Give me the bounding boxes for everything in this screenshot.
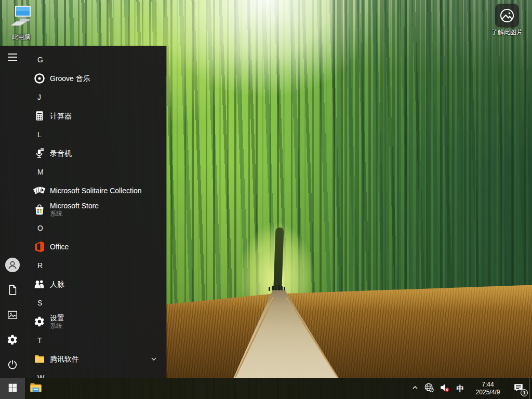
clock[interactable]: 7:44 2025/4/9: [468, 378, 508, 399]
user-account-button[interactable]: [0, 254, 25, 278]
taskbar-empty-area: [47, 378, 409, 399]
action-center-button[interactable]: 1: [508, 378, 529, 399]
start-app-list: G Groove 音乐 J: [25, 46, 166, 378]
app-sublabel: 系统: [50, 322, 64, 329]
speaker-muted-icon: [440, 382, 450, 395]
power-button[interactable]: [0, 353, 25, 378]
document-icon: [7, 284, 18, 298]
section-letter: T: [37, 336, 42, 344]
groove-music-icon: [33, 72, 46, 85]
solitaire-cards-icon: [33, 184, 46, 197]
calculator-icon: [33, 110, 46, 122]
start-button[interactable]: [0, 378, 25, 399]
app-label: 计算器: [50, 112, 72, 120]
settings-gear-icon: [33, 315, 46, 328]
globe-no-internet-icon: [424, 382, 434, 395]
start-app-office[interactable]: Office: [25, 237, 166, 256]
app-label: 人脉: [50, 280, 64, 288]
expand-menu-button[interactable]: [0, 46, 25, 71]
section-header-o[interactable]: O: [25, 219, 166, 237]
notification-badge: 1: [521, 389, 528, 396]
bamboo-canes-right: [332, 0, 532, 322]
user-avatar-icon: [5, 257, 20, 275]
section-header-l[interactable]: L: [25, 125, 166, 144]
settings-button[interactable]: [0, 328, 25, 353]
start-app-voice-recorder[interactable]: 录音机: [25, 144, 166, 163]
system-tray: 中 7:44 2025/4/9 1: [409, 378, 532, 399]
documents-button[interactable]: [0, 278, 25, 303]
start-app-groove-music[interactable]: Groove 音乐: [25, 69, 166, 88]
desktop-icon-label: 了解此图片: [491, 29, 523, 36]
app-label: Office: [50, 243, 69, 251]
section-header-r[interactable]: R: [25, 256, 166, 275]
show-desktop-button[interactable]: [529, 378, 532, 399]
section-letter: R: [37, 261, 43, 270]
section-header-m[interactable]: M: [25, 163, 166, 181]
pictures-button[interactable]: [0, 303, 25, 328]
office-icon: [33, 241, 46, 253]
desktop-icon-label: 此电脑: [12, 33, 31, 41]
section-header-s[interactable]: S: [25, 294, 166, 312]
picture-info-icon: [495, 4, 519, 28]
app-label: 腾讯软件: [50, 355, 79, 363]
section-header-w[interactable]: W: [25, 368, 166, 378]
section-letter: M: [37, 168, 44, 176]
people-icon: [33, 278, 46, 290]
volume-button[interactable]: [437, 378, 453, 399]
start-app-settings[interactable]: 设置 系统: [25, 312, 166, 331]
network-status-button[interactable]: [421, 378, 437, 399]
start-app-solitaire[interactable]: Microsoft Solitaire Collection: [25, 181, 166, 200]
clock-date: 2025/4/9: [476, 389, 500, 396]
section-header-j[interactable]: J: [25, 88, 166, 107]
app-label: Microsoft Store: [50, 202, 99, 210]
chevron-down-icon: [151, 356, 157, 362]
power-icon: [7, 359, 18, 373]
windows-logo-icon: [8, 383, 17, 394]
folder-icon: [33, 353, 46, 365]
ime-indicator[interactable]: 中: [453, 378, 468, 399]
app-label: 设置: [50, 314, 64, 322]
start-app-people[interactable]: 人脉: [25, 275, 166, 294]
gear-icon: [7, 334, 18, 348]
desktop-icon-this-pc[interactable]: 此电脑: [1, 3, 42, 41]
app-label: Groove 音乐: [50, 74, 90, 83]
tray-overflow-button[interactable]: [409, 378, 421, 399]
start-folder-tencent[interactable]: 腾讯软件: [25, 350, 166, 368]
section-letter: W: [37, 374, 44, 378]
section-header-t[interactable]: T: [25, 331, 166, 350]
section-letter: L: [37, 130, 42, 139]
file-explorer-icon: [29, 381, 43, 396]
clock-time: 7:44: [482, 381, 494, 389]
desktop-icon-learn-picture[interactable]: 了解此图片: [487, 4, 527, 36]
section-letter: S: [37, 299, 42, 307]
app-sublabel: 系统: [50, 210, 99, 217]
pictures-icon: [7, 309, 18, 323]
this-pc-icon: [8, 3, 35, 32]
section-letter: J: [37, 93, 41, 101]
microsoft-store-icon: [33, 203, 46, 216]
chevron-up-icon: [411, 384, 419, 393]
voice-recorder-icon: [33, 147, 46, 159]
start-app-microsoft-store[interactable]: Microsoft Store 系统: [25, 200, 166, 219]
distant-people: [266, 284, 289, 297]
section-letter: G: [37, 56, 43, 64]
section-header-g[interactable]: G: [25, 50, 166, 69]
start-menu-rail: [0, 46, 25, 378]
taskbar: 中 7:44 2025/4/9 1: [0, 378, 532, 399]
app-label: 录音机: [50, 149, 72, 157]
start-app-calculator[interactable]: 计算器: [25, 107, 166, 125]
section-letter: O: [37, 224, 43, 232]
desktop: 此电脑 了解此图片: [0, 0, 532, 399]
app-label: Microsoft Solitaire Collection: [50, 187, 142, 195]
hamburger-icon: [7, 52, 18, 64]
file-explorer-button[interactable]: [25, 378, 47, 399]
start-menu: G Groove 音乐 J: [0, 46, 166, 378]
